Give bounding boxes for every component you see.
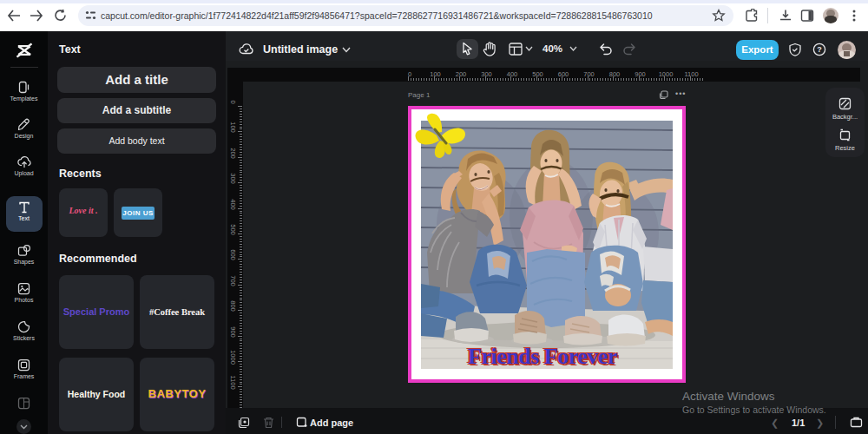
svg-text:?: ? <box>817 45 822 54</box>
